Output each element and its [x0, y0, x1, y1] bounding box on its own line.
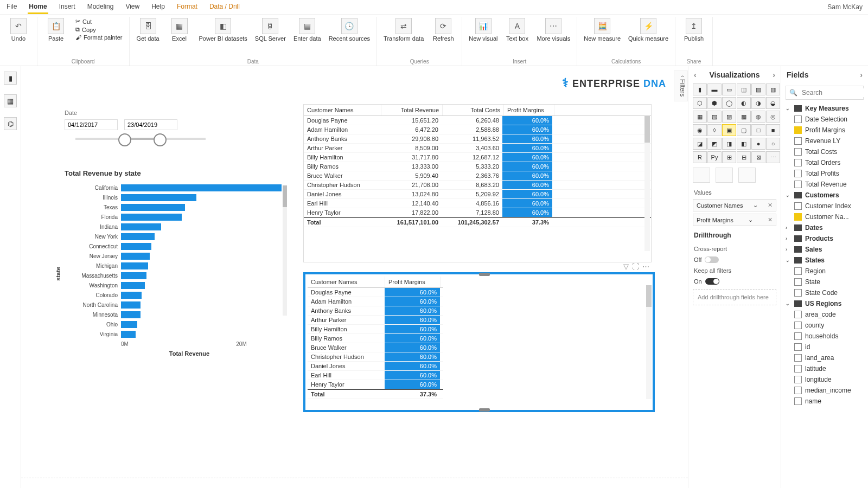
- table-row[interactable]: Arthur Parker60.0%: [308, 316, 443, 325]
- page-tabs[interactable]: [21, 478, 688, 488]
- viz-type-icon[interactable]: ◊: [707, 124, 722, 136]
- field-item[interactable]: latitude: [783, 363, 866, 374]
- field-item[interactable]: Total Profits: [783, 168, 866, 179]
- viz-type-icon[interactable]: ⊞: [722, 151, 736, 163]
- field-table[interactable]: ›Products: [783, 233, 866, 244]
- chevron-down-icon[interactable]: ⌄: [748, 216, 753, 223]
- bar-row[interactable]: Texas: [65, 202, 282, 212]
- field-item[interactable]: land_area: [783, 352, 866, 363]
- viz-type-icon[interactable]: ◍: [751, 111, 765, 123]
- viz-type-icon[interactable]: ⊠: [751, 151, 765, 163]
- menu-file[interactable]: File: [5, 1, 18, 14]
- fields-tab-icon[interactable]: [693, 168, 710, 183]
- viz-type-icon[interactable]: ▭: [722, 84, 736, 95]
- field-item[interactable]: Total Revenue: [783, 179, 866, 190]
- checkbox[interactable]: [794, 278, 802, 286]
- field-table[interactable]: ›Sales: [783, 244, 866, 255]
- checkbox[interactable]: [794, 170, 802, 177]
- table-row[interactable]: Billy Hamilton31,717.8012,687.1260.0%: [304, 153, 651, 162]
- panel-expand-icon[interactable]: ›: [773, 70, 775, 79]
- viz-type-icon[interactable]: Py: [707, 151, 722, 163]
- field-well-profit[interactable]: Profit Margins⌄✕: [693, 214, 776, 226]
- transform-data-button[interactable]: ⇄Transform data: [381, 17, 426, 43]
- viz-type-icon[interactable]: ◉: [693, 124, 707, 136]
- field-item[interactable]: households: [783, 331, 866, 342]
- viz-type-icon[interactable]: ◒: [766, 97, 780, 109]
- bar-row[interactable]: Virginia: [65, 329, 282, 339]
- slider-thumb-start[interactable]: [118, 133, 131, 146]
- viz-type-icon[interactable]: ◨: [722, 138, 736, 150]
- keep-filters-toggle[interactable]: On: [688, 276, 781, 287]
- undo-button[interactable]: ↶Undo: [4, 17, 33, 43]
- checkbox[interactable]: [794, 115, 802, 123]
- sql-server-button[interactable]: 🛢SQL Server: [253, 17, 288, 43]
- focus-icon[interactable]: ⛶: [632, 262, 639, 271]
- field-item[interactable]: Total Orders: [783, 157, 866, 168]
- viz-type-icon[interactable]: ◧: [737, 138, 751, 150]
- checkbox[interactable]: [794, 322, 802, 329]
- viz-type-icon[interactable]: ◎: [766, 111, 780, 123]
- field-item[interactable]: name: [783, 396, 866, 407]
- checkbox[interactable]: [794, 267, 802, 275]
- field-item[interactable]: Customer Na...: [783, 211, 866, 222]
- slider-thumb-end[interactable]: [154, 133, 167, 146]
- field-item[interactable]: Region: [783, 266, 866, 277]
- bar-row[interactable]: Ohio: [65, 319, 282, 329]
- bar-row[interactable]: Washington: [65, 280, 282, 290]
- bar-row[interactable]: Indiana: [65, 222, 282, 232]
- bar-row[interactable]: Illinois: [65, 192, 282, 202]
- checkbox[interactable]: [794, 148, 802, 156]
- date-slicer[interactable]: Date: [65, 110, 216, 145]
- table-row[interactable]: Billy Ramos13,333.005,333.2060.0%: [304, 162, 651, 171]
- viz-type-icon[interactable]: ▧: [707, 111, 722, 123]
- new-visual-button[interactable]: 📊New visual: [467, 17, 500, 43]
- bar-chart-visual[interactable]: Total Revenue by state state CaliforniaI…: [65, 169, 282, 357]
- pbi-datasets-button[interactable]: ◧Power BI datasets: [197, 17, 250, 43]
- copy-button[interactable]: ⧉Copy: [75, 26, 123, 33]
- recent-sources-button[interactable]: 🕓Recent sources: [327, 17, 372, 43]
- panel-collapse-icon[interactable]: ‹: [694, 70, 697, 79]
- table-scrollbar[interactable]: [644, 115, 650, 251]
- menu-data-drill[interactable]: Data / Drill: [208, 1, 241, 14]
- table-row[interactable]: Anthony Banks60.0%: [308, 306, 443, 316]
- table-row[interactable]: Bruce Walker60.0%: [308, 343, 443, 352]
- viz-type-icon[interactable]: ▣: [722, 124, 736, 136]
- fields-search[interactable]: 🔍: [786, 86, 864, 100]
- data-view-button[interactable]: ▦: [4, 94, 17, 107]
- bar-row[interactable]: Michigan: [65, 261, 282, 271]
- viz-type-icon[interactable]: ▦: [693, 111, 707, 123]
- bar-row[interactable]: California: [65, 183, 282, 192]
- viz-type-icon[interactable]: ◪: [693, 138, 707, 150]
- table-row[interactable]: Christopher Hudson60.0%: [308, 352, 443, 362]
- viz-type-icon[interactable]: ◩: [707, 138, 722, 150]
- enter-data-button[interactable]: ▤Enter data: [291, 17, 323, 43]
- viz-type-icon[interactable]: ⊟: [737, 151, 751, 163]
- viz-type-icon[interactable]: ▥: [766, 84, 780, 95]
- checkbox[interactable]: [794, 202, 802, 210]
- bar-row[interactable]: Colorado: [65, 290, 282, 300]
- bar-row[interactable]: New York: [65, 232, 282, 241]
- checkbox[interactable]: [794, 137, 802, 145]
- field-table[interactable]: ⌄Key Measures: [783, 103, 866, 114]
- field-table[interactable]: ›Dates: [783, 222, 866, 233]
- table-row[interactable]: Earl Hill60.0%: [308, 371, 443, 380]
- viz-type-icon[interactable]: ⬡: [693, 97, 707, 109]
- field-item[interactable]: Total Costs: [783, 146, 866, 157]
- checkbox[interactable]: [794, 387, 802, 394]
- chevron-down-icon[interactable]: ⌄: [753, 202, 758, 209]
- viz-type-icon[interactable]: R: [693, 151, 707, 163]
- menu-home[interactable]: Home: [28, 1, 48, 14]
- date-from-input[interactable]: [65, 119, 118, 130]
- text-box-button[interactable]: AText box: [503, 17, 531, 43]
- viz-type-icon[interactable]: ◐: [737, 97, 751, 109]
- field-table[interactable]: ⌄Customers: [783, 190, 866, 201]
- bar-row[interactable]: Florida: [65, 212, 282, 222]
- publish-button[interactable]: ↥Publish: [680, 17, 708, 43]
- viz-type-icon[interactable]: ▤: [751, 84, 765, 95]
- viz-type-icon[interactable]: ▮: [693, 84, 707, 95]
- quick-measure-button[interactable]: ⚡Quick measure: [626, 17, 671, 43]
- checkbox[interactable]: [794, 397, 802, 405]
- table-visual-selected[interactable]: ▽ ⛶ ⋯ Customer Names Profit Margins Doug…: [303, 272, 655, 412]
- chart-scrollbar[interactable]: [283, 185, 287, 316]
- table-header[interactable]: Customer Names Total Revenue Total Costs…: [304, 105, 651, 116]
